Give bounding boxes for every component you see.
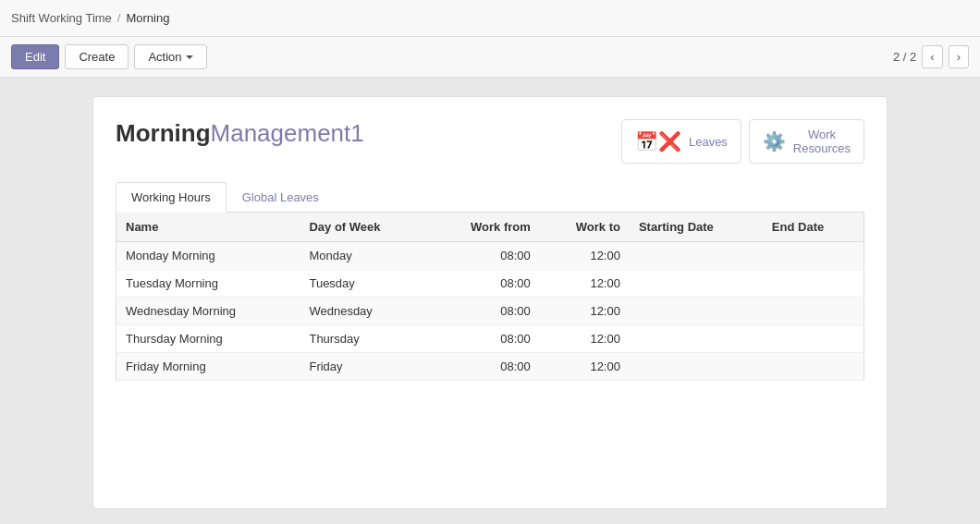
breadcrumb-parent[interactable]: Shift Working Time — [11, 11, 112, 25]
tab-working-hours[interactable]: Working Hours — [116, 182, 227, 213]
tab-global-leaves[interactable]: Global Leaves — [227, 182, 335, 213]
col-end: End Date — [763, 213, 864, 242]
action-caret-icon — [186, 55, 193, 59]
smart-buttons: 📅❌ Leaves ⚙️ WorkResources — [621, 119, 864, 164]
table-row[interactable]: Monday Morning Monday 08:00 12:00 — [116, 242, 864, 270]
cell-to[interactable]: 12:00 — [540, 242, 630, 270]
cell-name: Monday Morning — [116, 242, 300, 270]
topbar: Shift Working Time / Morning — [0, 0, 980, 37]
cell-day: Thursday — [300, 325, 427, 353]
cell-day: Tuesday — [300, 270, 427, 298]
record-card: MorningManagement1 📅❌ Leaves ⚙️ WorkReso… — [92, 96, 888, 509]
cell-from: 08:00 — [428, 325, 540, 353]
card-header: MorningManagement1 📅❌ Leaves ⚙️ WorkReso… — [116, 119, 864, 164]
leaves-label: Leaves — [689, 135, 728, 149]
table-row[interactable]: Wednesday Morning Wednesday 08:00 12:00 — [116, 298, 864, 325]
breadcrumb: Shift Working Time / Morning — [11, 11, 169, 25]
create-button[interactable]: Create — [65, 44, 129, 69]
col-starting: Starting Date — [630, 213, 763, 242]
breadcrumb-current: Morning — [126, 11, 169, 25]
cell-day: Friday — [300, 353, 427, 381]
action-button[interactable]: Action — [134, 44, 206, 69]
cell-end — [763, 242, 864, 270]
col-from: Work from — [428, 213, 540, 242]
col-to: Work to — [540, 213, 630, 242]
edit-button[interactable]: Edit — [11, 44, 59, 69]
cell-end — [763, 353, 864, 381]
cell-end — [763, 325, 864, 353]
col-name: Name — [116, 213, 300, 242]
tabs: Working Hours Global Leaves — [116, 182, 864, 213]
cell-starting — [630, 353, 763, 381]
cell-day: Monday — [300, 242, 427, 270]
toolbar: Edit Create Action 2 / 2 ‹ › — [0, 37, 980, 78]
cell-to[interactable]: 12:00 — [540, 298, 630, 325]
main-content: MorningManagement1 📅❌ Leaves ⚙️ WorkReso… — [0, 78, 980, 524]
cell-name: Wednesday Morning — [116, 298, 300, 325]
cell-from: 08:00 — [428, 270, 540, 298]
table-header-row: Name Day of Week Work from Work to Start… — [116, 213, 864, 242]
cell-name: Tuesday Morning — [116, 270, 300, 298]
record-title: MorningManagement1 — [116, 119, 364, 148]
title-bold: Morning — [116, 119, 211, 147]
work-resources-smart-button[interactable]: ⚙️ WorkResources — [749, 119, 864, 164]
cell-starting — [630, 242, 763, 270]
cell-starting — [630, 325, 763, 353]
breadcrumb-separator: / — [117, 11, 121, 25]
table-row[interactable]: Thursday Morning Thursday 08:00 12:00 — [116, 325, 864, 353]
cell-from: 08:00 — [428, 298, 540, 325]
gear-icon: ⚙️ — [763, 130, 786, 152]
col-day: Day of Week — [300, 213, 427, 242]
calendar-x-icon: 📅❌ — [635, 130, 681, 152]
title-normal: Management1 — [211, 119, 364, 147]
leaves-smart-button[interactable]: 📅❌ Leaves — [621, 119, 741, 164]
table-row[interactable]: Tuesday Morning Tuesday 08:00 12:00 — [116, 270, 864, 298]
cell-end — [763, 298, 864, 325]
action-label: Action — [148, 50, 181, 64]
cell-name: Thursday Morning — [116, 325, 300, 353]
cell-from: 08:00 — [428, 242, 540, 270]
pagination-controls: 2 / 2 ‹ › — [893, 45, 969, 68]
cell-day: Wednesday — [300, 298, 427, 325]
cell-to[interactable]: 12:00 — [540, 325, 630, 353]
next-button[interactable]: › — [949, 45, 969, 68]
prev-button[interactable]: ‹ — [922, 45, 942, 68]
cell-from: 08:00 — [428, 353, 540, 381]
cell-end — [763, 270, 864, 298]
work-resources-label: WorkResources — [793, 128, 851, 155]
cell-to[interactable]: 12:00 — [540, 353, 630, 381]
cell-starting — [630, 270, 763, 298]
page-info: 2 / 2 — [893, 50, 916, 64]
cell-name: Friday Morning — [116, 353, 300, 381]
cell-starting — [630, 298, 763, 325]
table-row[interactable]: Friday Morning Friday 08:00 12:00 — [116, 353, 864, 381]
cell-to[interactable]: 12:00 — [540, 270, 630, 298]
working-hours-table: Name Day of Week Work from Work to Start… — [116, 213, 864, 381]
